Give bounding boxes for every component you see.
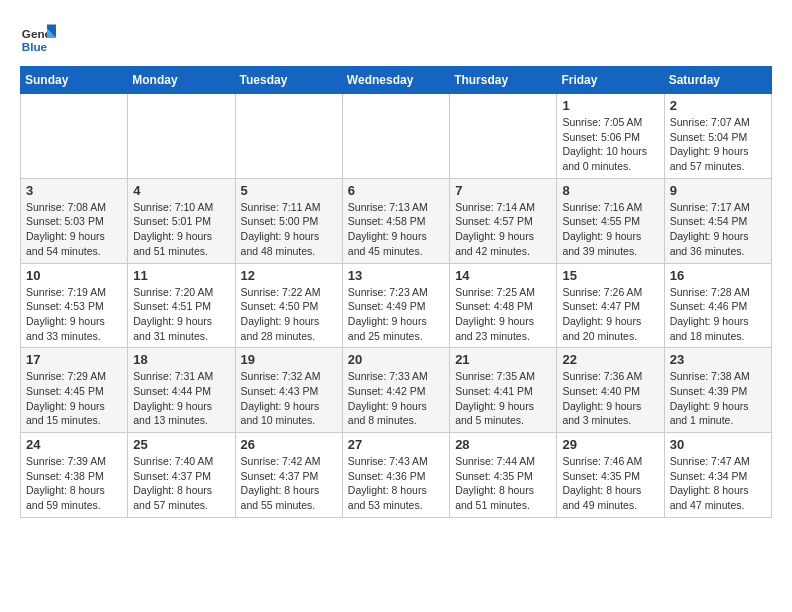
calendar-cell: 6Sunrise: 7:13 AMSunset: 4:58 PMDaylight… — [342, 178, 449, 263]
day-number: 14 — [455, 268, 551, 283]
day-info: Sunrise: 7:36 AMSunset: 4:40 PMDaylight:… — [562, 369, 658, 428]
day-number: 23 — [670, 352, 766, 367]
day-info: Sunrise: 7:47 AMSunset: 4:34 PMDaylight:… — [670, 454, 766, 513]
calendar-cell: 23Sunrise: 7:38 AMSunset: 4:39 PMDayligh… — [664, 348, 771, 433]
weekday-header: Thursday — [450, 67, 557, 94]
calendar-cell: 14Sunrise: 7:25 AMSunset: 4:48 PMDayligh… — [450, 263, 557, 348]
day-info: Sunrise: 7:43 AMSunset: 4:36 PMDaylight:… — [348, 454, 444, 513]
weekday-header: Monday — [128, 67, 235, 94]
calendar-header-row: SundayMondayTuesdayWednesdayThursdayFrid… — [21, 67, 772, 94]
weekday-header: Saturday — [664, 67, 771, 94]
calendar-cell: 25Sunrise: 7:40 AMSunset: 4:37 PMDayligh… — [128, 433, 235, 518]
logo: General Blue — [20, 20, 62, 56]
calendar-cell: 13Sunrise: 7:23 AMSunset: 4:49 PMDayligh… — [342, 263, 449, 348]
day-info: Sunrise: 7:33 AMSunset: 4:42 PMDaylight:… — [348, 369, 444, 428]
calendar-cell: 17Sunrise: 7:29 AMSunset: 4:45 PMDayligh… — [21, 348, 128, 433]
day-number: 4 — [133, 183, 229, 198]
day-info: Sunrise: 7:17 AMSunset: 4:54 PMDaylight:… — [670, 200, 766, 259]
day-number: 11 — [133, 268, 229, 283]
day-number: 19 — [241, 352, 337, 367]
calendar-week-row: 17Sunrise: 7:29 AMSunset: 4:45 PMDayligh… — [21, 348, 772, 433]
weekday-header: Sunday — [21, 67, 128, 94]
day-number: 20 — [348, 352, 444, 367]
day-number: 24 — [26, 437, 122, 452]
day-number: 15 — [562, 268, 658, 283]
day-number: 3 — [26, 183, 122, 198]
weekday-header: Wednesday — [342, 67, 449, 94]
calendar-cell: 4Sunrise: 7:10 AMSunset: 5:01 PMDaylight… — [128, 178, 235, 263]
calendar-cell — [450, 94, 557, 179]
day-info: Sunrise: 7:26 AMSunset: 4:47 PMDaylight:… — [562, 285, 658, 344]
day-info: Sunrise: 7:29 AMSunset: 4:45 PMDaylight:… — [26, 369, 122, 428]
day-number: 28 — [455, 437, 551, 452]
calendar-week-row: 24Sunrise: 7:39 AMSunset: 4:38 PMDayligh… — [21, 433, 772, 518]
weekday-header: Friday — [557, 67, 664, 94]
day-number: 26 — [241, 437, 337, 452]
day-number: 9 — [670, 183, 766, 198]
day-info: Sunrise: 7:32 AMSunset: 4:43 PMDaylight:… — [241, 369, 337, 428]
day-number: 10 — [26, 268, 122, 283]
calendar-cell: 19Sunrise: 7:32 AMSunset: 4:43 PMDayligh… — [235, 348, 342, 433]
day-number: 5 — [241, 183, 337, 198]
calendar-cell: 3Sunrise: 7:08 AMSunset: 5:03 PMDaylight… — [21, 178, 128, 263]
day-number: 16 — [670, 268, 766, 283]
day-info: Sunrise: 7:08 AMSunset: 5:03 PMDaylight:… — [26, 200, 122, 259]
day-number: 13 — [348, 268, 444, 283]
day-info: Sunrise: 7:46 AMSunset: 4:35 PMDaylight:… — [562, 454, 658, 513]
day-number: 2 — [670, 98, 766, 113]
day-info: Sunrise: 7:16 AMSunset: 4:55 PMDaylight:… — [562, 200, 658, 259]
calendar-week-row: 1Sunrise: 7:05 AMSunset: 5:06 PMDaylight… — [21, 94, 772, 179]
calendar-cell: 15Sunrise: 7:26 AMSunset: 4:47 PMDayligh… — [557, 263, 664, 348]
calendar-cell: 9Sunrise: 7:17 AMSunset: 4:54 PMDaylight… — [664, 178, 771, 263]
day-info: Sunrise: 7:31 AMSunset: 4:44 PMDaylight:… — [133, 369, 229, 428]
calendar-cell: 21Sunrise: 7:35 AMSunset: 4:41 PMDayligh… — [450, 348, 557, 433]
day-info: Sunrise: 7:38 AMSunset: 4:39 PMDaylight:… — [670, 369, 766, 428]
day-number: 27 — [348, 437, 444, 452]
calendar-cell: 16Sunrise: 7:28 AMSunset: 4:46 PMDayligh… — [664, 263, 771, 348]
calendar-cell — [128, 94, 235, 179]
day-info: Sunrise: 7:20 AMSunset: 4:51 PMDaylight:… — [133, 285, 229, 344]
calendar-cell: 22Sunrise: 7:36 AMSunset: 4:40 PMDayligh… — [557, 348, 664, 433]
calendar-cell: 1Sunrise: 7:05 AMSunset: 5:06 PMDaylight… — [557, 94, 664, 179]
calendar-cell: 29Sunrise: 7:46 AMSunset: 4:35 PMDayligh… — [557, 433, 664, 518]
day-number: 22 — [562, 352, 658, 367]
day-number: 12 — [241, 268, 337, 283]
day-number: 25 — [133, 437, 229, 452]
day-info: Sunrise: 7:07 AMSunset: 5:04 PMDaylight:… — [670, 115, 766, 174]
calendar-cell — [235, 94, 342, 179]
calendar-cell — [21, 94, 128, 179]
day-info: Sunrise: 7:19 AMSunset: 4:53 PMDaylight:… — [26, 285, 122, 344]
day-info: Sunrise: 7:23 AMSunset: 4:49 PMDaylight:… — [348, 285, 444, 344]
day-number: 21 — [455, 352, 551, 367]
day-info: Sunrise: 7:11 AMSunset: 5:00 PMDaylight:… — [241, 200, 337, 259]
day-info: Sunrise: 7:35 AMSunset: 4:41 PMDaylight:… — [455, 369, 551, 428]
calendar-cell: 28Sunrise: 7:44 AMSunset: 4:35 PMDayligh… — [450, 433, 557, 518]
calendar-week-row: 10Sunrise: 7:19 AMSunset: 4:53 PMDayligh… — [21, 263, 772, 348]
day-info: Sunrise: 7:10 AMSunset: 5:01 PMDaylight:… — [133, 200, 229, 259]
day-number: 6 — [348, 183, 444, 198]
day-info: Sunrise: 7:44 AMSunset: 4:35 PMDaylight:… — [455, 454, 551, 513]
calendar: SundayMondayTuesdayWednesdayThursdayFrid… — [20, 66, 772, 518]
weekday-header: Tuesday — [235, 67, 342, 94]
calendar-cell: 26Sunrise: 7:42 AMSunset: 4:37 PMDayligh… — [235, 433, 342, 518]
calendar-cell: 20Sunrise: 7:33 AMSunset: 4:42 PMDayligh… — [342, 348, 449, 433]
day-info: Sunrise: 7:13 AMSunset: 4:58 PMDaylight:… — [348, 200, 444, 259]
calendar-cell: 5Sunrise: 7:11 AMSunset: 5:00 PMDaylight… — [235, 178, 342, 263]
calendar-cell: 11Sunrise: 7:20 AMSunset: 4:51 PMDayligh… — [128, 263, 235, 348]
calendar-body: 1Sunrise: 7:05 AMSunset: 5:06 PMDaylight… — [21, 94, 772, 518]
calendar-cell: 24Sunrise: 7:39 AMSunset: 4:38 PMDayligh… — [21, 433, 128, 518]
day-number: 29 — [562, 437, 658, 452]
logo-icon: General Blue — [20, 20, 56, 56]
calendar-cell: 7Sunrise: 7:14 AMSunset: 4:57 PMDaylight… — [450, 178, 557, 263]
svg-text:Blue: Blue — [22, 40, 48, 53]
day-info: Sunrise: 7:25 AMSunset: 4:48 PMDaylight:… — [455, 285, 551, 344]
calendar-cell: 27Sunrise: 7:43 AMSunset: 4:36 PMDayligh… — [342, 433, 449, 518]
day-info: Sunrise: 7:42 AMSunset: 4:37 PMDaylight:… — [241, 454, 337, 513]
calendar-cell: 8Sunrise: 7:16 AMSunset: 4:55 PMDaylight… — [557, 178, 664, 263]
calendar-cell: 12Sunrise: 7:22 AMSunset: 4:50 PMDayligh… — [235, 263, 342, 348]
calendar-week-row: 3Sunrise: 7:08 AMSunset: 5:03 PMDaylight… — [21, 178, 772, 263]
day-info: Sunrise: 7:05 AMSunset: 5:06 PMDaylight:… — [562, 115, 658, 174]
calendar-cell: 18Sunrise: 7:31 AMSunset: 4:44 PMDayligh… — [128, 348, 235, 433]
day-number: 1 — [562, 98, 658, 113]
day-info: Sunrise: 7:40 AMSunset: 4:37 PMDaylight:… — [133, 454, 229, 513]
